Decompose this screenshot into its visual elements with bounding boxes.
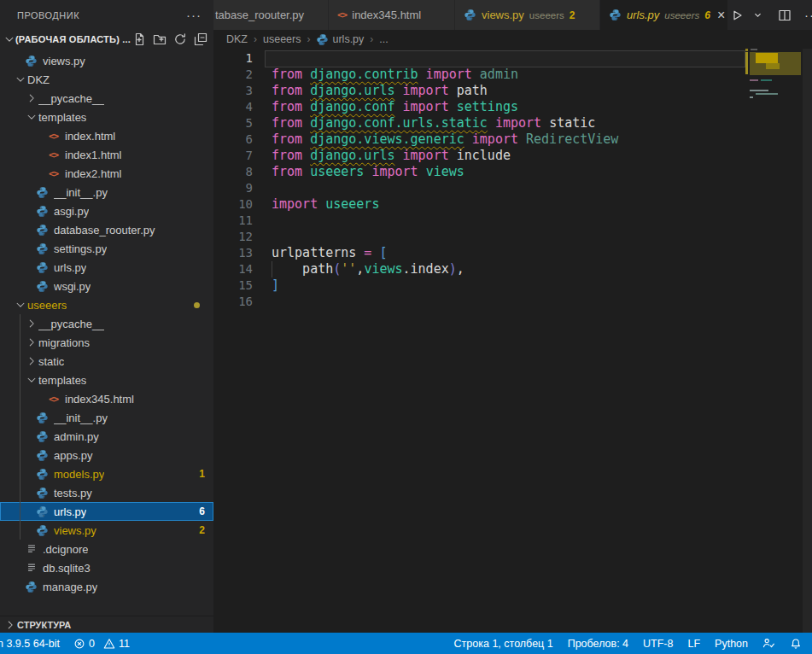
tree-item-dkz[interactable]: DKZ: [0, 70, 213, 89]
chevron-right-icon: [25, 92, 38, 104]
tree-item-index2-html[interactable]: <>index2.html: [0, 164, 213, 183]
tree-item-index-html[interactable]: <>index.html: [0, 126, 213, 145]
tree-item-index345-html[interactable]: <>index345.html: [0, 389, 213, 408]
code-line-12[interactable]: 12: [213, 229, 812, 245]
tree-item-database-roouter-py[interactable]: database_roouter.py: [0, 220, 213, 239]
code-line-14[interactable]: 14 path('',views.index),: [213, 261, 812, 277]
tree-item-pycache[interactable]: __pycache__: [0, 89, 213, 108]
feedback-icon[interactable]: [762, 637, 775, 650]
breadcrumb-separator: ›: [307, 33, 310, 45]
tree-item-pycache[interactable]: __pycache__: [0, 314, 213, 333]
code-line-11[interactable]: 11: [213, 213, 812, 229]
refresh-button[interactable]: [172, 32, 188, 48]
code-line-text: urlpatterns = [: [272, 245, 387, 261]
breadcrumb-item-dkz[interactable]: DKZ: [226, 33, 248, 45]
tree-item-index1-html[interactable]: <>index1.html: [0, 145, 213, 164]
code-line-9[interactable]: 9: [213, 180, 812, 196]
code-line-16[interactable]: 16: [213, 294, 812, 310]
code-token: django.contrib: [310, 67, 418, 82]
tab-label: urls.py: [627, 9, 659, 21]
code-line-3[interactable]: 3from django.urls import path: [213, 83, 812, 99]
tree-item-static[interactable]: static: [0, 352, 213, 371]
outline-section-header[interactable]: СТРУКТУРА: [0, 616, 213, 633]
close-icon[interactable]: ×: [717, 9, 725, 21]
tree-item-urls-py[interactable]: urls.py: [0, 258, 213, 277]
code-line-13[interactable]: 13urlpatterns = [: [213, 245, 812, 261]
tree-item-urls-py[interactable]: urls.py6: [0, 502, 213, 521]
explorer-header: ПРОВОДНИК ···: [0, 0, 213, 30]
python-version-item[interactable]: n 3.9.5 64-bit: [0, 638, 60, 650]
breadcrumb-item-useeers[interactable]: useeers: [263, 33, 301, 45]
tree-item-views-py[interactable]: views.py2: [0, 521, 213, 540]
code-line-6[interactable]: 6from django.views.generic import Redire…: [213, 131, 812, 148]
code-line-15[interactable]: 15]: [213, 277, 812, 294]
explorer-more-button[interactable]: ···: [186, 11, 202, 20]
code-token: ,: [457, 261, 464, 277]
tree-item-asgi-py[interactable]: asgi.py: [0, 201, 213, 220]
vscode-window: ПРОВОДНИК ··· (РАБОЧАЯ ОБЛАСТЬ) ... view…: [0, 0, 812, 654]
tree-item-manage-py[interactable]: manage.py: [0, 577, 213, 596]
code-line-7[interactable]: 7from django.urls import include: [213, 148, 812, 164]
code-line-8[interactable]: 8from useeers import views: [213, 164, 812, 180]
collapse-all-button[interactable]: [192, 32, 208, 48]
tree-item-label: urls.py: [54, 505, 86, 518]
indentation-item[interactable]: Пробелов: 4: [568, 638, 628, 650]
breadcrumb-item-urls-py[interactable]: urls.py: [316, 33, 364, 46]
tree-item-templates[interactable]: templates: [0, 371, 213, 389]
tree-item-wsgi-py[interactable]: wsgi.py: [0, 277, 213, 295]
tree-item-views-py[interactable]: views.py: [0, 51, 213, 70]
tree-item-useeers[interactable]: useeers: [0, 295, 213, 314]
code-line-10[interactable]: 10import useeers: [213, 196, 812, 213]
chevron-right-icon: [25, 336, 38, 348]
tab-urls-py[interactable]: urls.pyuseeers6×: [600, 0, 727, 30]
workspace-section-header[interactable]: (РАБОЧАЯ ОБЛАСТЬ) ...: [0, 30, 213, 49]
line-number: 12: [213, 229, 253, 245]
tree-item-label: DKZ: [27, 73, 50, 86]
tree-item-dcignore[interactable]: .dcignore: [0, 540, 213, 558]
breadcrumb-separator: ›: [254, 33, 257, 45]
new-folder-button[interactable]: [151, 32, 167, 48]
minimap-mark: [745, 49, 748, 51]
tree-item-admin-py[interactable]: admin.py: [0, 427, 213, 446]
code-line-2[interactable]: 2from django.contrib import admin: [213, 67, 812, 83]
tree-item-settings-py[interactable]: settings.py: [0, 239, 213, 258]
tree-item-tests-py[interactable]: tests.py: [0, 483, 213, 502]
line-number: 14: [213, 261, 253, 277]
code-line-1[interactable]: 1: [213, 50, 812, 67]
code-line-text: from django.urls import include: [272, 148, 511, 164]
tab-tabase-roouter-py[interactable]: tabase_roouter.py: [213, 0, 328, 30]
language-mode-item[interactable]: Python: [715, 638, 748, 650]
tree-item-apps-py[interactable]: apps.py: [0, 446, 213, 464]
tab-problems-badge: 2: [570, 9, 575, 21]
editor-scrollbar[interactable]: [803, 49, 812, 633]
tab-label: index345.html: [352, 9, 421, 21]
minimap[interactable]: [745, 49, 805, 185]
eol-item[interactable]: LF: [687, 638, 700, 650]
code-editor[interactable]: 12from django.contrib import admin3from …: [213, 49, 812, 633]
breadcrumb-item-[interactable]: ...: [379, 33, 388, 45]
problems-item[interactable]: 0 11: [73, 638, 130, 650]
code-line-text: from useeers import views: [272, 164, 464, 180]
py-file-icon: [24, 581, 38, 593]
split-editor-button[interactable]: [776, 5, 793, 26]
cursor-position-item[interactable]: Строка 1, столбец 1: [454, 638, 553, 650]
tree-item-db-sqlite3[interactable]: db.sqlite3: [0, 558, 213, 577]
encoding-item[interactable]: UTF-8: [643, 638, 673, 650]
code-line-5[interactable]: 5from django.conf.urls.static import sta…: [213, 115, 812, 131]
more-actions-button[interactable]: ···: [803, 5, 812, 26]
tab-index345-html[interactable]: <>index345.html: [329, 0, 454, 30]
tab-views-py[interactable]: views.pyuseeers2: [455, 0, 599, 30]
tree-item-models-py[interactable]: models.py1: [0, 464, 213, 483]
tab-bar: tabase_roouter.py<>index345.htmlviews.py…: [213, 0, 812, 30]
tree-item-init-py[interactable]: __init__.py: [0, 408, 213, 427]
tree-item-migrations[interactable]: migrations: [0, 333, 213, 352]
tree-item-templates[interactable]: templates: [0, 108, 213, 126]
new-file-button[interactable]: [131, 32, 147, 48]
run-dropdown-icon[interactable]: [749, 5, 766, 26]
run-button[interactable]: [728, 5, 745, 26]
bell-icon[interactable]: [790, 638, 802, 650]
line-number: 1: [213, 50, 253, 67]
line-number: 4: [213, 99, 253, 115]
tree-item-init-py[interactable]: __init__.py: [0, 183, 213, 201]
code-line-4[interactable]: 4from django.conf import settings: [213, 99, 812, 115]
